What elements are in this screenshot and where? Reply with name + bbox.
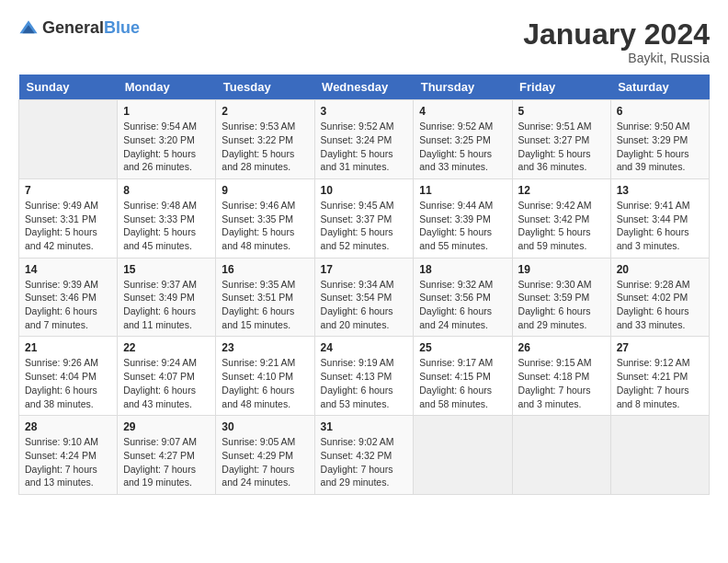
calendar-cell: 4Sunrise: 9:52 AM Sunset: 3:25 PM Daylig… — [414, 100, 512, 179]
day-info: Sunrise: 9:05 AM Sunset: 4:29 PM Dayligh… — [222, 435, 308, 489]
day-info: Sunrise: 9:35 AM Sunset: 3:51 PM Dayligh… — [222, 278, 308, 332]
calendar-cell: 29Sunrise: 9:07 AM Sunset: 4:27 PM Dayli… — [118, 416, 216, 495]
day-number: 29 — [123, 420, 210, 433]
day-info: Sunrise: 9:45 AM Sunset: 3:37 PM Dayligh… — [321, 199, 408, 253]
day-info: Sunrise: 9:17 AM Sunset: 4:15 PM Dayligh… — [419, 356, 506, 410]
calendar-cell: 20Sunrise: 9:28 AM Sunset: 4:02 PM Dayli… — [610, 258, 709, 337]
logo-icon — [18, 18, 39, 39]
day-info: Sunrise: 9:52 AM Sunset: 3:25 PM Dayligh… — [419, 120, 506, 174]
day-info: Sunrise: 9:39 AM Sunset: 3:46 PM Dayligh… — [25, 278, 111, 332]
calendar-cell: 5Sunrise: 9:51 AM Sunset: 3:27 PM Daylig… — [512, 100, 610, 179]
day-number: 20 — [617, 263, 703, 276]
day-number: 17 — [321, 263, 408, 276]
location: Baykit, Russia — [523, 51, 710, 65]
header-tuesday: Tuesday — [216, 75, 314, 100]
day-info: Sunrise: 9:53 AM Sunset: 3:22 PM Dayligh… — [222, 120, 308, 174]
calendar-cell: 25Sunrise: 9:17 AM Sunset: 4:15 PM Dayli… — [414, 337, 512, 416]
header-saturday: Saturday — [610, 75, 709, 100]
calendar-cell: 17Sunrise: 9:34 AM Sunset: 3:54 PM Dayli… — [314, 258, 414, 337]
day-info: Sunrise: 9:26 AM Sunset: 4:04 PM Dayligh… — [25, 356, 111, 410]
day-info: Sunrise: 9:15 AM Sunset: 4:18 PM Dayligh… — [518, 356, 605, 410]
day-info: Sunrise: 9:32 AM Sunset: 3:56 PM Dayligh… — [419, 278, 506, 332]
day-number: 6 — [617, 105, 703, 118]
calendar-cell: 10Sunrise: 9:45 AM Sunset: 3:37 PM Dayli… — [314, 178, 414, 258]
week-row-1: 1Sunrise: 9:54 AM Sunset: 3:20 PM Daylig… — [19, 100, 710, 179]
day-number: 30 — [222, 420, 308, 433]
day-number: 23 — [222, 341, 308, 354]
calendar-cell: 12Sunrise: 9:42 AM Sunset: 3:42 PM Dayli… — [512, 178, 610, 258]
title-section: January 2024 Baykit, Russia — [523, 18, 710, 65]
day-number: 27 — [617, 341, 703, 354]
day-info: Sunrise: 9:21 AM Sunset: 4:10 PM Dayligh… — [222, 356, 308, 410]
calendar-cell: 28Sunrise: 9:10 AM Sunset: 4:24 PM Dayli… — [19, 416, 118, 495]
logo-text: GeneralBlue — [42, 19, 140, 38]
day-info: Sunrise: 9:10 AM Sunset: 4:24 PM Dayligh… — [25, 435, 111, 489]
day-number: 1 — [123, 105, 210, 118]
week-row-2: 7Sunrise: 9:49 AM Sunset: 3:31 PM Daylig… — [19, 178, 710, 258]
calendar-cell: 27Sunrise: 9:12 AM Sunset: 4:21 PM Dayli… — [610, 337, 709, 416]
day-info: Sunrise: 9:34 AM Sunset: 3:54 PM Dayligh… — [321, 278, 408, 332]
calendar-cell: 22Sunrise: 9:24 AM Sunset: 4:07 PM Dayli… — [118, 337, 216, 416]
calendar-cell: 31Sunrise: 9:02 AM Sunset: 4:32 PM Dayli… — [314, 416, 414, 495]
day-number: 11 — [419, 184, 506, 197]
calendar-cell: 21Sunrise: 9:26 AM Sunset: 4:04 PM Dayli… — [19, 337, 118, 416]
day-info: Sunrise: 9:51 AM Sunset: 3:27 PM Dayligh… — [518, 120, 605, 174]
calendar-cell: 30Sunrise: 9:05 AM Sunset: 4:29 PM Dayli… — [216, 416, 314, 495]
day-info: Sunrise: 9:49 AM Sunset: 3:31 PM Dayligh… — [25, 199, 111, 253]
day-info: Sunrise: 9:54 AM Sunset: 3:20 PM Dayligh… — [123, 120, 210, 174]
header-wednesday: Wednesday — [314, 75, 414, 100]
day-number: 15 — [123, 263, 210, 276]
calendar-cell: 1Sunrise: 9:54 AM Sunset: 3:20 PM Daylig… — [118, 100, 216, 179]
calendar-cell — [19, 100, 118, 179]
week-row-5: 28Sunrise: 9:10 AM Sunset: 4:24 PM Dayli… — [19, 416, 710, 495]
header-thursday: Thursday — [414, 75, 512, 100]
calendar-cell: 13Sunrise: 9:41 AM Sunset: 3:44 PM Dayli… — [610, 178, 709, 258]
day-number: 19 — [518, 263, 605, 276]
day-number: 3 — [321, 105, 408, 118]
day-info: Sunrise: 9:19 AM Sunset: 4:13 PM Dayligh… — [321, 356, 408, 410]
day-info: Sunrise: 9:12 AM Sunset: 4:21 PM Dayligh… — [617, 356, 703, 410]
day-number: 9 — [222, 184, 308, 197]
calendar-cell: 3Sunrise: 9:52 AM Sunset: 3:24 PM Daylig… — [314, 100, 414, 179]
day-number: 2 — [222, 105, 308, 118]
calendar-cell: 26Sunrise: 9:15 AM Sunset: 4:18 PM Dayli… — [512, 337, 610, 416]
day-info: Sunrise: 9:30 AM Sunset: 3:59 PM Dayligh… — [518, 278, 605, 332]
day-number: 4 — [419, 105, 506, 118]
day-number: 21 — [25, 341, 111, 354]
day-number: 24 — [321, 341, 408, 354]
calendar-body: 1Sunrise: 9:54 AM Sunset: 3:20 PM Daylig… — [19, 100, 710, 495]
calendar-header-row: SundayMondayTuesdayWednesdayThursdayFrid… — [19, 75, 710, 100]
calendar-cell: 9Sunrise: 9:46 AM Sunset: 3:35 PM Daylig… — [216, 178, 314, 258]
day-number: 26 — [518, 341, 605, 354]
calendar-table: SundayMondayTuesdayWednesdayThursdayFrid… — [18, 75, 710, 495]
calendar-cell: 6Sunrise: 9:50 AM Sunset: 3:29 PM Daylig… — [610, 100, 709, 179]
day-number: 14 — [25, 263, 111, 276]
logo-blue: Blue — [104, 18, 140, 37]
day-info: Sunrise: 9:52 AM Sunset: 3:24 PM Dayligh… — [321, 120, 408, 174]
day-info: Sunrise: 9:07 AM Sunset: 4:27 PM Dayligh… — [123, 435, 210, 489]
day-info: Sunrise: 9:41 AM Sunset: 3:44 PM Dayligh… — [617, 199, 703, 253]
calendar-cell: 16Sunrise: 9:35 AM Sunset: 3:51 PM Dayli… — [216, 258, 314, 337]
day-info: Sunrise: 9:48 AM Sunset: 3:33 PM Dayligh… — [123, 199, 210, 253]
day-number: 22 — [123, 341, 210, 354]
calendar-cell: 7Sunrise: 9:49 AM Sunset: 3:31 PM Daylig… — [19, 178, 118, 258]
month-title: January 2024 — [523, 18, 710, 51]
calendar-cell: 18Sunrise: 9:32 AM Sunset: 3:56 PM Dayli… — [414, 258, 512, 337]
calendar-cell — [610, 416, 709, 495]
calendar-cell: 19Sunrise: 9:30 AM Sunset: 3:59 PM Dayli… — [512, 258, 610, 337]
day-number: 18 — [419, 263, 506, 276]
week-row-4: 21Sunrise: 9:26 AM Sunset: 4:04 PM Dayli… — [19, 337, 710, 416]
day-info: Sunrise: 9:42 AM Sunset: 3:42 PM Dayligh… — [518, 199, 605, 253]
day-number: 8 — [123, 184, 210, 197]
day-number: 10 — [321, 184, 408, 197]
calendar-cell — [414, 416, 512, 495]
logo-general: General — [42, 18, 104, 37]
calendar-cell: 15Sunrise: 9:37 AM Sunset: 3:49 PM Dayli… — [118, 258, 216, 337]
calendar-cell: 14Sunrise: 9:39 AM Sunset: 3:46 PM Dayli… — [19, 258, 118, 337]
day-number: 7 — [25, 184, 111, 197]
day-info: Sunrise: 9:50 AM Sunset: 3:29 PM Dayligh… — [617, 120, 703, 174]
calendar-cell: 8Sunrise: 9:48 AM Sunset: 3:33 PM Daylig… — [118, 178, 216, 258]
day-number: 13 — [617, 184, 703, 197]
calendar-cell: 24Sunrise: 9:19 AM Sunset: 4:13 PM Dayli… — [314, 337, 414, 416]
day-info: Sunrise: 9:28 AM Sunset: 4:02 PM Dayligh… — [617, 278, 703, 332]
